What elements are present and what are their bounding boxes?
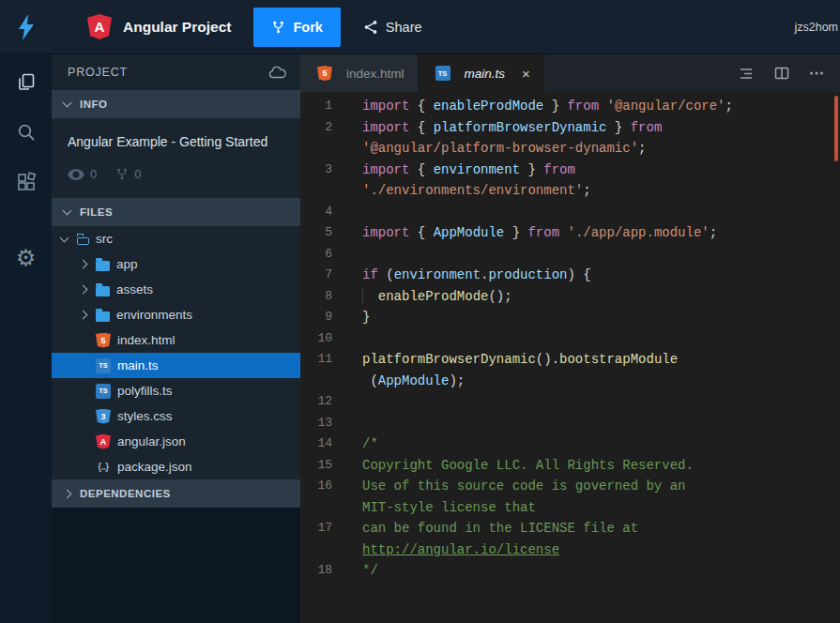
file-name: polyfills.ts	[117, 384, 173, 398]
html-icon	[96, 333, 111, 348]
file-item-styles.css[interactable]: styles.css	[52, 403, 300, 429]
file-item-polyfills.ts[interactable]: polyfills.ts	[52, 378, 300, 403]
stackblitz-logo[interactable]	[0, 14, 52, 40]
folder-icon	[96, 312, 110, 322]
code-line: 15Copyright Google LLC. All Rights Reser…	[300, 455, 840, 477]
line-number: 6	[300, 244, 362, 266]
file-name: angular.json	[117, 434, 186, 448]
line-number: 9	[300, 307, 362, 328]
line-number: 13	[300, 413, 362, 434]
section-info[interactable]: INFO	[52, 90, 300, 118]
code-line: 5import { AppModule } from './app/app.mo…	[300, 222, 840, 244]
eye-icon	[68, 169, 84, 180]
chevron-right-icon	[79, 260, 88, 269]
file-item-src[interactable]: src	[52, 226, 300, 251]
app-window: A Angular Project Fork Share jzs2hom	[0, 0, 840, 623]
line-number: 5	[300, 222, 362, 244]
fork-icon	[271, 20, 285, 35]
file-item-environments[interactable]: environments	[52, 302, 300, 327]
line-number: 7	[300, 265, 362, 286]
editor-scrollbar[interactable]	[831, 92, 840, 623]
folder-open-icon	[77, 237, 89, 245]
code-lines: 1import { enableProdMode } from '@angula…	[300, 96, 840, 582]
line-number: 10	[300, 328, 362, 350]
code-line: 6	[300, 244, 840, 266]
file-name: index.html	[117, 333, 176, 347]
sidebar: PROJECT INFO Angular Example - Getting S…	[52, 54, 300, 623]
code-line: 7if (environment.production) {	[300, 265, 840, 286]
chevron-right-icon	[79, 285, 88, 295]
section-files[interactable]: FILES	[52, 198, 300, 226]
share-button[interactable]: Share	[363, 20, 422, 35]
code-line: './environments/environment';	[300, 180, 840, 202]
line-number	[300, 497, 362, 519]
file-name: environments	[116, 308, 192, 322]
chevron-down-icon	[60, 233, 69, 242]
file-item-index.html[interactable]: index.html	[52, 327, 300, 353]
sidebar-empty-area	[52, 508, 300, 623]
overview-ruler-marker	[834, 96, 838, 161]
search-icon[interactable]	[14, 120, 38, 144]
user-name[interactable]: jzs2hom	[794, 21, 838, 34]
menu-lines-icon[interactable]	[737, 64, 756, 83]
info-section-label: INFO	[80, 99, 107, 110]
code-line: 3import { environment } from	[300, 160, 840, 181]
file-item-angular.json[interactable]: angular.json	[52, 429, 300, 454]
info-panel: Angular Example - Getting Started 0 0	[52, 118, 300, 198]
css-icon	[96, 409, 111, 424]
code-line: 18*/	[300, 560, 840, 582]
forks-count-icon	[115, 167, 129, 181]
code-line: 8 enableProdMode();	[300, 286, 840, 308]
ellipsis-icon[interactable]	[808, 65, 825, 82]
code-line: 16Use of this source code is governed by…	[300, 476, 840, 497]
extensions-icon[interactable]	[14, 171, 38, 195]
cloud-icon[interactable]	[268, 66, 287, 80]
code-line: MIT-style license that	[300, 497, 840, 519]
file-name: package.json	[117, 460, 192, 474]
line-number: 17	[300, 518, 362, 539]
close-tab-icon[interactable]: ×	[522, 67, 530, 81]
files-section-label: FILES	[80, 206, 113, 218]
code-line: 14/*	[300, 433, 840, 455]
project-description: Angular Example - Getting Started	[68, 132, 279, 151]
ts-file-icon	[435, 66, 451, 81]
file-item-package.json[interactable]: package.json	[52, 454, 300, 479]
project-files-icon[interactable]	[14, 69, 38, 94]
code-editor[interactable]: 1import { enableProdMode } from '@angula…	[300, 92, 840, 623]
line-number: 11	[300, 349, 362, 371]
file-item-main.ts[interactable]: main.ts	[52, 353, 300, 378]
activity-bar: ⚙	[0, 54, 52, 623]
file-item-assets[interactable]: assets	[52, 277, 300, 302]
chevron-down-icon	[63, 206, 72, 216]
tab-main-ts[interactable]: main.ts ×	[419, 54, 544, 92]
project-panel-label: PROJECT	[68, 66, 128, 79]
line-number: 3	[300, 160, 362, 181]
project-title[interactable]: Angular Project	[123, 19, 231, 36]
settings-gear-icon[interactable]: ⚙	[14, 246, 38, 270]
code-line: 12	[300, 391, 840, 413]
line-number: 16	[300, 476, 362, 497]
fork-button-label: Fork	[293, 20, 322, 35]
html-file-icon	[317, 66, 332, 81]
line-number	[300, 180, 362, 202]
line-number: 15	[300, 455, 362, 477]
tab-index-html[interactable]: index.html	[300, 54, 419, 92]
line-number: 4	[300, 202, 362, 223]
code-line: 10	[300, 328, 840, 350]
line-number: 12	[300, 391, 362, 413]
file-item-app[interactable]: app	[52, 251, 300, 277]
code-line: 4	[300, 202, 840, 223]
code-line: 13	[300, 413, 840, 434]
fork-button[interactable]: Fork	[253, 8, 340, 47]
project-stats: 0 0	[68, 167, 285, 181]
views-count: 0	[90, 167, 97, 181]
angular-logo: A	[87, 14, 112, 39]
share-button-label: Share	[386, 20, 422, 35]
code-line: 11platformBrowserDynamic().bootstrapModu…	[300, 349, 840, 371]
file-tree: srcappassetsenvironmentsindex.htmlmain.t…	[52, 226, 300, 479]
split-editor-icon[interactable]	[772, 64, 791, 83]
json-icon	[96, 460, 111, 475]
line-number	[300, 371, 362, 392]
section-dependencies[interactable]: DEPENDENCIES	[52, 479, 300, 508]
code-line: '@angular/platform-browser-dynamic';	[300, 138, 840, 160]
